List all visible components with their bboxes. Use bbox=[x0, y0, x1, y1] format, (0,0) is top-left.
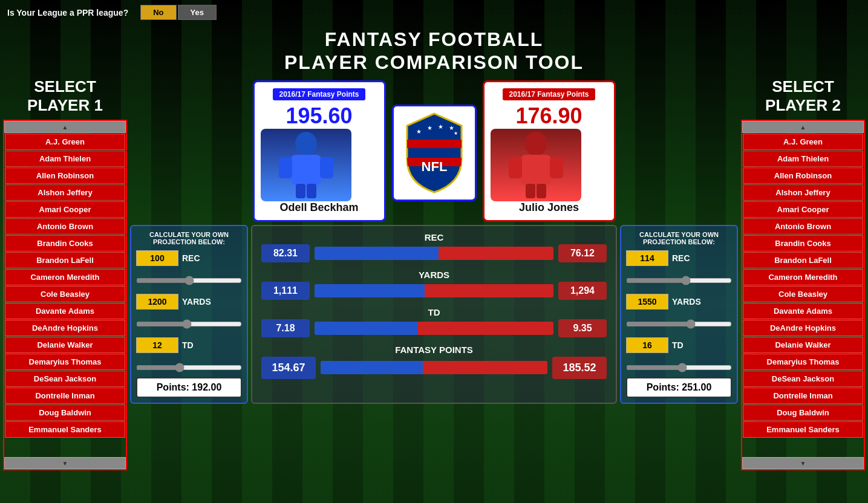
rec-left-value: 82.31 bbox=[261, 244, 310, 262]
list-item[interactable]: Dontrelle Inman bbox=[743, 388, 863, 404]
left-rec-slider[interactable] bbox=[136, 276, 242, 285]
svg-text:★: ★ bbox=[416, 128, 422, 135]
right-calc-title: CALCULATE YOUR OWNPROJECTION BELOW: bbox=[626, 231, 732, 245]
left-yards-slider[interactable] bbox=[136, 319, 242, 329]
yards-bar-blue bbox=[315, 284, 425, 297]
list-item[interactable]: Emmanuel Sanders bbox=[5, 421, 125, 438]
right-td-label: TD bbox=[672, 340, 684, 350]
right-yards-slider[interactable] bbox=[626, 319, 732, 329]
list-item[interactable]: Brandin Cooks bbox=[743, 235, 863, 252]
list-item[interactable]: Alshon Jeffery bbox=[5, 184, 125, 201]
list-item[interactable]: Alshon Jeffery bbox=[743, 184, 863, 201]
left-panel-title: SELECTPLAYER 1 bbox=[3, 77, 127, 115]
left-yards-row: YARDS bbox=[136, 294, 242, 310]
list-item[interactable]: Doug Baldwin bbox=[5, 404, 125, 421]
yards-right-value: 1,294 bbox=[558, 282, 607, 300]
list-item[interactable]: Cole Beasley bbox=[743, 286, 863, 302]
list-item[interactable]: A.J. Green bbox=[5, 134, 125, 150]
left-scroll-up[interactable]: ▲ bbox=[4, 121, 126, 133]
rec-bar-red bbox=[439, 247, 553, 260]
list-item[interactable]: Amari Cooper bbox=[743, 201, 863, 218]
svg-text:NFL: NFL bbox=[421, 159, 447, 174]
left-rec-input[interactable] bbox=[136, 250, 178, 266]
list-item[interactable]: Allen Robinson bbox=[5, 167, 125, 184]
right-td-input[interactable] bbox=[626, 337, 668, 353]
list-item[interactable]: Delanie Walker bbox=[743, 337, 863, 353]
list-item[interactable]: Adam Thielen bbox=[5, 151, 125, 167]
list-item[interactable]: Cameron Meredith bbox=[743, 269, 863, 285]
left-yards-label: YARDS bbox=[182, 297, 211, 307]
left-td-slider[interactable] bbox=[136, 363, 242, 372]
fp-stat-block: FANTASY POINTS 154.67 185.52 bbox=[261, 345, 607, 379]
right-rec-input[interactable] bbox=[626, 250, 668, 266]
right-scroll-up[interactable]: ▲ bbox=[742, 121, 864, 133]
list-item[interactable]: Cameron Meredith bbox=[5, 269, 125, 285]
main-layout: SELECTPLAYER 1 ▲ A.J. GreenAdam ThielenA… bbox=[0, 77, 868, 503]
list-item[interactable]: Emmanuel Sanders bbox=[743, 421, 863, 438]
list-item[interactable]: Amari Cooper bbox=[5, 201, 125, 218]
left-calc-panel: CALCULATE YOUR OWNPROJECTION BELOW: REC … bbox=[130, 225, 248, 404]
list-item[interactable]: Demaryius Thomas bbox=[5, 354, 125, 370]
left-player-list-inner[interactable]: A.J. GreenAdam ThielenAllen RobinsonAlsh… bbox=[4, 133, 126, 457]
list-item[interactable]: DeSean Jackson bbox=[5, 371, 125, 387]
right-yards-row: YARDS bbox=[626, 294, 732, 310]
td-left-value: 7.18 bbox=[261, 319, 310, 337]
left-td-input[interactable] bbox=[136, 337, 178, 353]
main-title: FANTASY FOOTBALL PLAYER COMPARISON TOOL bbox=[0, 28, 868, 74]
list-item[interactable]: Brandon LaFell bbox=[5, 252, 125, 268]
list-item[interactable]: Antonio Brown bbox=[743, 218, 863, 235]
right-calc-panel: CALCULATE YOUR OWNPROJECTION BELOW: REC … bbox=[620, 225, 738, 404]
svg-point-14 bbox=[525, 132, 547, 156]
rec-stat-block: REC 82.31 76.12 bbox=[261, 232, 607, 262]
svg-rect-19 bbox=[537, 184, 546, 198]
fp-bar-red bbox=[423, 361, 547, 374]
right-rec-slider[interactable] bbox=[626, 276, 732, 285]
svg-rect-4 bbox=[296, 184, 305, 198]
svg-rect-3 bbox=[320, 157, 333, 178]
svg-point-0 bbox=[295, 132, 317, 156]
right-td-slider[interactable] bbox=[626, 363, 732, 372]
list-item[interactable]: Demaryius Thomas bbox=[743, 354, 863, 370]
left-rec-row: REC bbox=[136, 250, 242, 266]
no-button[interactable]: No bbox=[140, 5, 176, 20]
right-scroll-down[interactable]: ▼ bbox=[742, 457, 864, 469]
list-item[interactable]: Dontrelle Inman bbox=[5, 388, 125, 404]
left-td-row: TD bbox=[136, 337, 242, 353]
list-item[interactable]: A.J. Green bbox=[743, 134, 863, 150]
svg-text:★: ★ bbox=[454, 131, 458, 136]
right-yards-input[interactable] bbox=[626, 294, 668, 310]
left-calc-title: CALCULATE YOUR OWNPROJECTION BELOW: bbox=[136, 231, 242, 245]
list-item[interactable]: DeAndre Hopkins bbox=[743, 320, 863, 336]
player2-card: 2016/17 Fantasy Points 176.90 bbox=[483, 80, 616, 222]
list-item[interactable]: Adam Thielen bbox=[743, 151, 863, 167]
player2-name: Julio Jones bbox=[491, 201, 608, 214]
left-scroll-down[interactable]: ▼ bbox=[4, 457, 126, 469]
svg-rect-5 bbox=[307, 184, 316, 198]
list-item[interactable]: Davante Adams bbox=[5, 303, 125, 319]
list-item[interactable]: DeSean Jackson bbox=[743, 371, 863, 387]
list-item[interactable]: Allen Robinson bbox=[743, 167, 863, 184]
fp-bar-blue bbox=[321, 361, 423, 374]
svg-text:★: ★ bbox=[427, 125, 432, 131]
list-item[interactable]: Brandon LaFell bbox=[743, 252, 863, 268]
yards-stat-block: YARDS 1,111 1,294 bbox=[261, 270, 607, 300]
right-player-panel: SELECTPLAYER 2 ▲ A.J. GreenAdam ThielenA… bbox=[741, 77, 865, 503]
right-player-list-inner[interactable]: A.J. GreenAdam ThielenAllen RobinsonAlsh… bbox=[742, 133, 864, 457]
left-yards-input[interactable] bbox=[136, 294, 178, 310]
list-item[interactable]: Brandin Cooks bbox=[5, 235, 125, 252]
yes-button[interactable]: Yes bbox=[178, 5, 217, 20]
player2-image bbox=[491, 129, 581, 201]
rec-label: REC bbox=[261, 232, 607, 242]
list-item[interactable]: Delanie Walker bbox=[5, 337, 125, 353]
left-rec-label: REC bbox=[182, 253, 200, 263]
list-item[interactable]: DeAndre Hopkins bbox=[5, 320, 125, 336]
svg-rect-1 bbox=[291, 155, 321, 185]
rec-bar-container: 82.31 76.12 bbox=[261, 244, 607, 262]
list-item[interactable]: Antonio Brown bbox=[5, 218, 125, 235]
list-item[interactable]: Cole Beasley bbox=[5, 286, 125, 302]
list-item[interactable]: Doug Baldwin bbox=[743, 404, 863, 421]
right-panel-title: SELECTPLAYER 2 bbox=[741, 77, 865, 115]
list-item[interactable]: Davante Adams bbox=[743, 303, 863, 319]
svg-rect-6 bbox=[407, 140, 462, 148]
rec-bar-track bbox=[315, 247, 553, 260]
